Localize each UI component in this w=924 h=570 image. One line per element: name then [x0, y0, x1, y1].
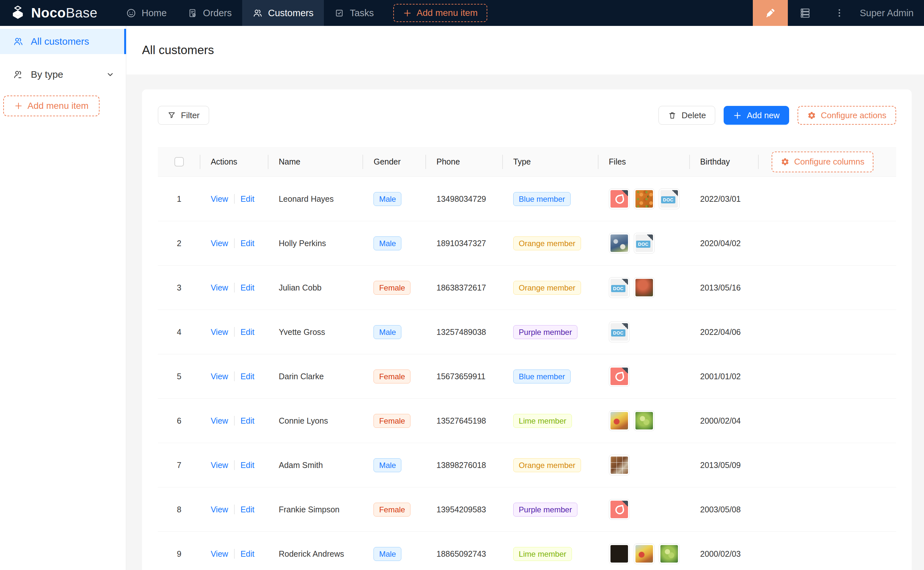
divider	[234, 327, 235, 337]
table-row: 3 ViewEdit Julian Cobb Female 1863837261…	[158, 265, 896, 310]
birthday: 2003/05/08	[690, 505, 759, 514]
user-menu[interactable]: Super Admin	[856, 8, 924, 18]
table-row: 6 ViewEdit Connie Lyons Female 135276451…	[158, 399, 896, 443]
table-row: 2 ViewEdit Holly Perkins Male 1891034732…	[158, 221, 896, 265]
gear-icon	[807, 111, 816, 120]
customer-name: Yvette Gross	[268, 328, 363, 337]
filter-button[interactable]: Filter	[158, 106, 209, 125]
logo-text: NocoBase	[31, 5, 98, 21]
file-thumbnail[interactable]	[659, 188, 680, 209]
nav-tab-orders[interactable]: Orders	[177, 0, 242, 26]
customer-name: Holly Perkins	[268, 239, 363, 248]
divider	[234, 549, 235, 559]
edit-link[interactable]: Edit	[241, 416, 255, 426]
nav-tab-tasks[interactable]: Tasks	[324, 0, 384, 26]
more-menu-button[interactable]	[822, 0, 856, 26]
file-thumbnail[interactable]	[609, 233, 630, 254]
row-index: 2	[158, 239, 200, 248]
add-new-button[interactable]: Add new	[724, 106, 789, 125]
nav-tab-label: Customers	[268, 8, 314, 18]
edit-link[interactable]: Edit	[241, 194, 255, 204]
phone: 13257489038	[426, 328, 503, 337]
file-thumbnail[interactable]	[634, 410, 655, 431]
page-title: All customers	[142, 43, 214, 57]
nav-tab-customers[interactable]: Customers	[242, 0, 324, 26]
orders-icon	[188, 8, 197, 18]
edit-link[interactable]: Edit	[241, 549, 255, 559]
birthday: 2022/03/01	[690, 194, 759, 204]
file-thumbnail[interactable]	[609, 455, 630, 475]
gender-tag: Male	[374, 236, 401, 250]
chevron-down-icon[interactable]	[106, 70, 115, 79]
customer-name: Roderick Andrews	[268, 549, 363, 559]
file-thumbnail[interactable]	[634, 188, 655, 209]
table-row: 7 ViewEdit Adam Smith Male 13898276018 O…	[158, 443, 896, 487]
view-link[interactable]: View	[211, 372, 228, 381]
nocobase-logo[interactable]: NocoBase	[0, 5, 107, 21]
table-header: Actions Name Gender Phone Type Files Bir…	[158, 147, 896, 177]
view-link[interactable]: View	[211, 328, 228, 337]
configure-columns-button[interactable]: Configure columns	[772, 152, 873, 172]
customers-icon	[252, 8, 263, 18]
row-index: 1	[158, 194, 200, 204]
file-thumbnail[interactable]	[609, 366, 630, 387]
birthday: 2000/02/04	[690, 416, 759, 426]
sidebar-item-by-type[interactable]: By type	[0, 62, 126, 87]
divider	[234, 194, 235, 204]
view-link[interactable]: View	[211, 549, 228, 559]
ui-editor-button[interactable]	[753, 0, 788, 26]
phone: 18910347327	[426, 239, 503, 248]
gender-tag: Male	[374, 547, 401, 561]
ui-editor-icon	[764, 7, 776, 19]
view-link[interactable]: View	[211, 416, 228, 426]
edit-link[interactable]: Edit	[241, 505, 255, 514]
table-row: 1 ViewEdit Leonard Hayes Male 1349803472…	[158, 177, 896, 221]
view-link[interactable]: View	[211, 194, 228, 204]
file-thumbnail[interactable]	[609, 499, 630, 520]
birthday: 2013/05/09	[690, 461, 759, 470]
plugins-button[interactable]	[788, 0, 822, 26]
edit-link[interactable]: Edit	[241, 239, 255, 248]
sidebar-add-menu-item-button[interactable]: Add menu item	[3, 95, 100, 116]
trash-icon	[668, 111, 676, 120]
file-thumbnail[interactable]	[659, 544, 680, 564]
birthday: 2000/02/03	[690, 549, 759, 559]
file-thumbnail[interactable]	[634, 277, 655, 298]
users-icon	[13, 36, 23, 47]
gender-tag: Female	[374, 503, 410, 516]
sidebar-item-all-customers[interactable]: All customers	[0, 29, 126, 54]
delete-button[interactable]: Delete	[658, 106, 715, 125]
column-header-birthday: Birthday	[690, 147, 759, 176]
row-index: 5	[158, 372, 200, 381]
edit-link[interactable]: Edit	[241, 461, 255, 470]
view-link[interactable]: View	[211, 239, 228, 248]
page-content: All customers Filter	[126, 26, 924, 570]
main-nav: Home Orders Cust	[116, 0, 384, 26]
file-thumbnail[interactable]	[609, 188, 630, 209]
edit-link[interactable]: Edit	[241, 328, 255, 337]
column-header-files: Files	[598, 147, 690, 176]
divider	[234, 504, 235, 514]
edit-link[interactable]: Edit	[241, 372, 255, 381]
phone: 15673659911	[426, 372, 503, 381]
type-tag: Orange member	[513, 236, 581, 250]
file-thumbnail[interactable]	[609, 277, 630, 298]
nav-tab-home[interactable]: Home	[116, 0, 177, 26]
view-link[interactable]: View	[211, 283, 228, 293]
phone: 18638372617	[426, 283, 503, 293]
customer-name: Frankie Simpson	[268, 505, 363, 514]
edit-link[interactable]: Edit	[241, 283, 255, 293]
file-thumbnail[interactable]	[609, 410, 630, 431]
view-link[interactable]: View	[211, 461, 228, 470]
row-index: 8	[158, 505, 200, 514]
file-thumbnail[interactable]	[609, 322, 630, 342]
file-thumbnail[interactable]	[634, 544, 655, 564]
file-thumbnail[interactable]	[634, 233, 655, 254]
view-link[interactable]: View	[211, 505, 228, 514]
configure-actions-button[interactable]: Configure actions	[798, 106, 896, 125]
column-header-phone: Phone	[426, 147, 503, 176]
nav-add-menu-item-button[interactable]: Add menu item	[393, 4, 487, 22]
file-thumbnail[interactable]	[609, 544, 630, 564]
select-all-checkbox[interactable]	[174, 157, 184, 167]
birthday: 2020/04/02	[690, 239, 759, 248]
